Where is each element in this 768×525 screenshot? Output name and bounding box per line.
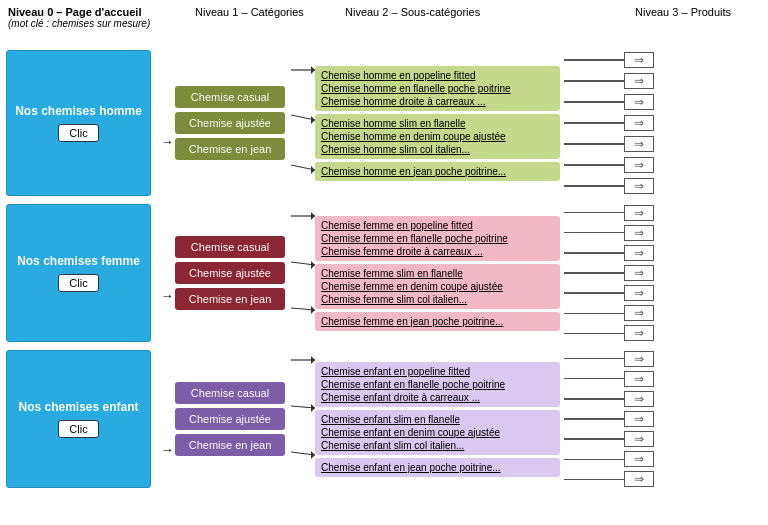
diagram: Niveau 0 – Page d'accueil (mot clé : che…: [0, 0, 768, 525]
arrows-col0-col1: → → →: [159, 50, 175, 521]
subcat-femme-jean: Chemise femme en jean poche poitrine...: [315, 312, 560, 331]
level1-header: Niveau 1 – Catégories: [195, 6, 304, 18]
subcat-femme-casual: Chemise femme en popeline fitted Chemise…: [315, 216, 560, 261]
level3-title: Niveau 3 – Produits: [635, 6, 731, 18]
col-niveau1: Chemise casual Chemise ajustée Chemise e…: [175, 50, 285, 521]
subcat-enfant-ajustee-1: Chemise enfant slim en flanelle: [321, 413, 554, 426]
prod-arrow-homme-4: ⇒: [564, 114, 654, 132]
arrows-col1-col2: [291, 50, 315, 521]
prod-arrow-enfant-1: ⇒: [564, 350, 654, 367]
subcat-group-enfant: Chemise enfant en popeline fitted Chemis…: [315, 350, 560, 488]
clic-button-homme[interactable]: Clic: [58, 124, 98, 142]
blue-label-femme: Nos chemises femme: [11, 254, 146, 268]
cat-femme-casual: Chemise casual: [175, 236, 285, 258]
prod-arrow-femme-1: ⇒: [564, 204, 654, 221]
subcat-femme-casual-3: Chemise femme droite à carreaux ...: [321, 245, 554, 258]
cat-enfant-ajustee: Chemise ajustée: [175, 408, 285, 430]
svg-marker-11: [311, 306, 315, 314]
cat-group-homme: Chemise casual Chemise ajustée Chemise e…: [175, 50, 285, 196]
prod-group-enfant: ⇒ ⇒ ⇒ ⇒ ⇒ ⇒ ⇒: [564, 350, 654, 488]
svg-marker-3: [311, 116, 315, 124]
blue-label-enfant: Nos chemises enfant: [12, 400, 144, 414]
prod-arrow-enfant-3: ⇒: [564, 390, 654, 407]
prod-arrow-enfant-4: ⇒: [564, 410, 654, 427]
subcat-homme-casual-1: Chemise homme en popeline fitted: [321, 69, 554, 82]
blue-label-homme: Nos chemises homme: [9, 104, 148, 118]
svg-marker-13: [311, 356, 315, 364]
prod-arrow-femme-3: ⇒: [564, 244, 654, 261]
prod-arrow-homme-6: ⇒: [564, 156, 654, 174]
subcat-femme-ajustee: Chemise femme slim en flanelle Chemise f…: [315, 264, 560, 309]
subcat-homme-ajustee-3: Chemise homme slim col italien...: [321, 143, 554, 156]
prod-arrow-enfant-6: ⇒: [564, 451, 654, 468]
cat-enfant-jean: Chemise en jean: [175, 434, 285, 456]
blue-box-femme: Nos chemises femme Clic: [6, 204, 151, 342]
subcat-enfant-casual: Chemise enfant en popeline fitted Chemis…: [315, 362, 560, 407]
prod-arrow-homme-2: ⇒: [564, 72, 654, 90]
subcat-femme-casual-1: Chemise femme en popeline fitted: [321, 219, 554, 232]
blue-box-enfant: Nos chemises enfant Clic: [6, 350, 151, 488]
subcat-homme-ajustee: Chemise homme slim en flanelle Chemise h…: [315, 114, 560, 159]
subcat-enfant-jean-1: Chemise enfant en jean poche poitrine...: [321, 461, 554, 474]
prod-arrow-femme-6: ⇒: [564, 305, 654, 322]
clic-button-femme[interactable]: Clic: [58, 274, 98, 292]
level1-title: Niveau 1 – Catégories: [195, 6, 304, 18]
prod-arrow-homme-5: ⇒: [564, 135, 654, 153]
subcat-homme-casual: Chemise homme en popeline fitted Chemise…: [315, 66, 560, 111]
cat-group-enfant: Chemise casual Chemise ajustée Chemise e…: [175, 350, 285, 488]
cat-femme-ajustee: Chemise ajustée: [175, 262, 285, 284]
cat-homme-casual: Chemise casual: [175, 86, 285, 108]
cat-femme-jean: Chemise en jean: [175, 288, 285, 310]
subcat-femme-jean-1: Chemise femme en jean poche poitrine...: [321, 315, 554, 328]
level0-title: Niveau 0 – Page d'accueil: [8, 6, 153, 18]
prod-arrow-homme-1: ⇒: [564, 51, 654, 69]
level0-subtitle: (mot clé : chemises sur mesure): [8, 18, 153, 29]
svg-marker-17: [311, 451, 315, 459]
svg-marker-7: [311, 212, 315, 220]
prod-group-femme: ⇒ ⇒ ⇒ ⇒ ⇒ ⇒ ⇒: [564, 204, 654, 342]
svg-marker-9: [311, 261, 315, 269]
prod-arrow-enfant-2: ⇒: [564, 370, 654, 387]
col-niveau2: Chemise homme en popeline fitted Chemise…: [315, 50, 560, 521]
prod-arrow-homme-3: ⇒: [564, 93, 654, 111]
clic-button-enfant[interactable]: Clic: [58, 420, 98, 438]
cat-enfant-casual: Chemise casual: [175, 382, 285, 404]
subcat-enfant-jean: Chemise enfant en jean poche poitrine...: [315, 458, 560, 477]
subcat-enfant-casual-3: Chemise enfant droite à carreaux ...: [321, 391, 554, 404]
level2-title: Niveau 2 – Sous-catégories: [345, 6, 480, 18]
level3-header: Niveau 3 – Produits: [635, 6, 731, 18]
col-niveau0: Nos chemises homme Clic Nos chemises fem…: [6, 50, 151, 521]
cat-group-femme: Chemise casual Chemise ajustée Chemise e…: [175, 204, 285, 342]
prod-arrow-femme-4: ⇒: [564, 264, 654, 281]
subcat-femme-ajustee-3: Chemise femme slim col italien...: [321, 293, 554, 306]
subcat-homme-casual-2: Chemise homme en flanelle poche poitrine: [321, 82, 554, 95]
svg-marker-15: [311, 404, 315, 412]
col-niveau3: ⇒ ⇒ ⇒ ⇒ ⇒ ⇒ ⇒: [564, 50, 654, 521]
subcat-femme-casual-2: Chemise femme en flanelle poche poitrine: [321, 232, 554, 245]
subcat-femme-ajustee-1: Chemise femme slim en flanelle: [321, 267, 554, 280]
prod-arrow-enfant-5: ⇒: [564, 431, 654, 448]
subcat-enfant-ajustee-3: Chemise enfant slim col italien...: [321, 439, 554, 452]
cat-homme-jean: Chemise en jean: [175, 138, 285, 160]
prod-arrow-homme-7: ⇒: [564, 177, 654, 195]
svg-marker-5: [311, 166, 315, 174]
subcat-group-homme: Chemise homme en popeline fitted Chemise…: [315, 50, 560, 196]
prod-arrow-femme-7: ⇒: [564, 325, 654, 342]
subcat-group-femme: Chemise femme en popeline fitted Chemise…: [315, 204, 560, 342]
svg-marker-1: [311, 66, 315, 74]
subcat-enfant-ajustee-2: Chemise enfant en denim coupe ajustée: [321, 426, 554, 439]
subcat-enfant-ajustee: Chemise enfant slim en flanelle Chemise …: [315, 410, 560, 455]
subcat-homme-jean: Chemise homme en jean poche poitrine...: [315, 162, 560, 181]
level0-header: Niveau 0 – Page d'accueil (mot clé : che…: [8, 6, 153, 29]
subcat-homme-ajustee-2: Chemise homme en denim coupe ajustée: [321, 130, 554, 143]
prod-arrow-femme-2: ⇒: [564, 224, 654, 241]
prod-arrow-femme-5: ⇒: [564, 285, 654, 302]
subcat-homme-ajustee-1: Chemise homme slim en flanelle: [321, 117, 554, 130]
subcat-homme-casual-3: Chemise homme droite à carreaux ...: [321, 95, 554, 108]
subcat-homme-jean-1: Chemise homme en jean poche poitrine...: [321, 165, 554, 178]
prod-arrow-enfant-7: ⇒: [564, 471, 654, 488]
blue-box-homme: Nos chemises homme Clic: [6, 50, 151, 196]
subcat-enfant-casual-2: Chemise enfant en flanelle poche poitrin…: [321, 378, 554, 391]
subcat-enfant-casual-1: Chemise enfant en popeline fitted: [321, 365, 554, 378]
level2-header: Niveau 2 – Sous-catégories: [345, 6, 480, 18]
